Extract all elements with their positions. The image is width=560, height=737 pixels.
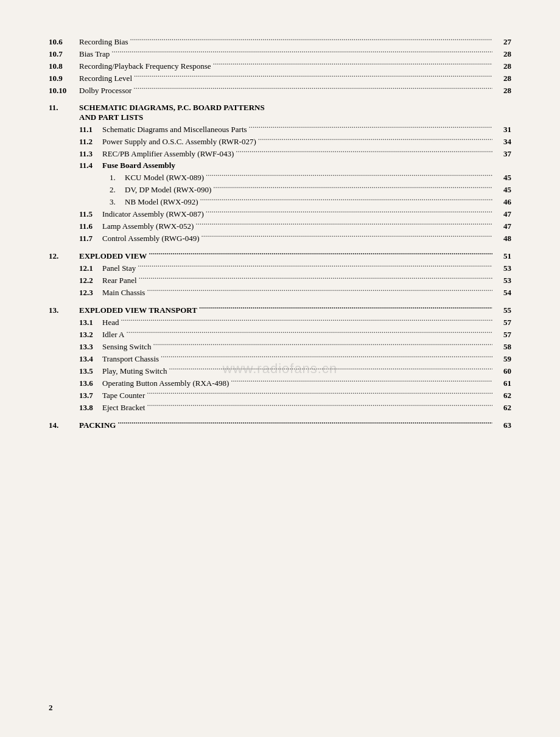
toc-entry-13-8: 13.8 Eject Bracket 62 [49,402,511,413]
section-12-num: 12. [49,251,79,261]
entry-num: 11.7 [79,234,102,243]
entry-num: 13.7 [79,391,102,400]
section-11-label: SCHEMATIC DIAGRAMS, P.C. BOARD PATTERNSA… [79,103,265,122]
entry-page: 59 [494,354,511,364]
entry-page: 31 [494,125,511,134]
toc-entry-12-3: 12.3 Main Chassis 54 [49,287,511,298]
entry-label: Recording/Playback Frequency Response 28 [79,61,511,71]
entry-num: 10.7 [49,49,79,59]
entry-num: 11.5 [79,209,102,219]
dots [213,184,492,192]
dots [134,73,492,81]
dots [231,378,492,386]
entry-page: 47 [494,209,511,219]
toc-entry-10-6: 10.6 Recording Bias 27 [49,37,511,47]
dots [161,354,492,362]
toc-entry-10-8: 10.8 Recording/Playback Frequency Respon… [49,61,511,71]
entry-page: 51 [494,251,511,261]
dots [201,233,492,241]
dots [206,172,492,180]
dots [147,287,492,295]
dots [147,402,492,410]
entry-page: 45 [494,173,511,183]
entry-num: 11.1 [79,125,102,134]
entry-label: Recording Bias 27 [79,37,511,47]
entry-page: 60 [494,366,511,376]
dots [213,61,492,69]
entry-label: Idler A 57 [102,329,511,340]
entry-num: 2. [110,185,125,195]
entry-label: Recording Level 28 [79,73,511,83]
dots [236,148,492,156]
entry-num: 11.3 [79,149,102,159]
dots [149,251,492,259]
entry-page: 55 [494,306,511,315]
entry-label: Tape Counter 62 [102,390,511,400]
entry-num: 12.2 [79,276,102,285]
toc-entry-11-5: 11.5 Indicator Assembly (RWX-087) 47 [49,209,511,219]
page-number: 2 [49,703,53,713]
dots [117,420,492,428]
entry-num: 10.9 [49,74,79,83]
toc-entry-12-1: 12.1 Panel Stay 53 [49,263,511,273]
dots [153,341,492,349]
entry-page: 53 [494,276,511,285]
toc-entry-10-9: 10.9 Recording Level 28 [49,73,511,83]
page: www.radiofans.cn 10.6 Recording Bias 27 … [0,0,560,737]
entry-page: 58 [494,342,511,352]
entry-page: 28 [494,49,511,59]
dots [258,136,492,144]
section-14-num: 14. [49,421,79,430]
entry-label: Indicator Assembly (RWX-087) 47 [102,209,511,219]
entry-page: 62 [494,403,511,413]
entry-page: 47 [494,222,511,231]
entry-page: 46 [494,197,511,207]
dots [130,37,492,44]
entry-label: Bias Trap 28 [79,49,511,59]
entry-label: NB Model (RWX-092) 46 [125,197,511,207]
dots [199,305,492,313]
section-14-header: 14. PACKING 63 [49,420,511,430]
entry-label: Control Assembly (RWG-049) 48 [102,233,511,243]
entry-num: 13.6 [79,379,102,388]
entry-page: 28 [494,61,511,71]
toc-entry-13-7: 13.7 Tape Counter 62 [49,390,511,400]
entry-page: 37 [494,149,511,159]
entry-num: 10.10 [49,86,79,96]
toc-entry-13-2: 13.2 Idler A 57 [49,329,511,340]
entry-page: 34 [494,137,511,147]
entry-num: 11.4 [79,161,102,170]
entry-num: 13.8 [79,403,102,413]
entry-label: Head 57 [102,317,511,327]
entry-label: REC/PB Amplifier Assembly (RWF-043) 37 [102,148,511,159]
toc-entry-13-4: 13.4 Transport Chassis 59 [49,354,511,364]
entry-label: Eject Bracket 62 [102,402,511,413]
entry-label: KCU Model (RWX-089) 45 [125,172,511,183]
entry-page: 48 [494,234,511,243]
section-12-header: 12. EXPLODED VIEW 51 [49,251,511,261]
dots [126,329,492,337]
dots [200,197,492,204]
dots [133,85,492,93]
dots [147,390,492,398]
entry-label: Sensing Switch 58 [102,341,511,352]
toc-entry-11-4-3: 3. NB Model (RWX-092) 46 [49,197,511,207]
toc-entry-13-3: 13.3 Sensing Switch 58 [49,341,511,352]
entry-num: 10.6 [49,37,79,47]
entry-num: 11.2 [79,137,102,147]
entry-page: 28 [494,86,511,96]
toc-entry-11-4-1: 1. KCU Model (RWX-089) 45 [49,172,511,183]
dots [206,209,492,217]
section-13-header: 13. EXPLODED VIEW TRANSPORT 55 [49,305,511,315]
entry-num: 11.6 [79,222,102,231]
entry-label: Fuse Board Assembly [102,161,175,170]
toc-entry-13-6: 13.6 Operating Button Assembly (RXA-498)… [49,378,511,388]
entry-label: Rear Panel 53 [102,275,511,285]
toc-entry-11-4: 11.4 Fuse Board Assembly [49,161,511,170]
section-12-label: EXPLODED VIEW 51 [79,251,511,261]
section-13-label: EXPLODED VIEW TRANSPORT 55 [79,305,511,315]
dots [138,263,492,271]
entry-page: 57 [494,330,511,340]
entry-page: 28 [494,74,511,83]
section-11-header: 11. SCHEMATIC DIAGRAMS, P.C. BOARD PATTE… [49,103,511,122]
